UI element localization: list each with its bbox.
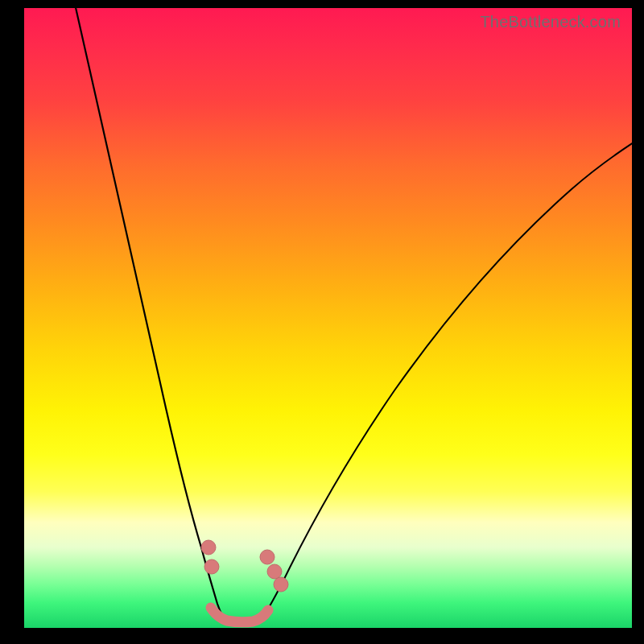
data-marker — [274, 577, 288, 592]
data-marker — [267, 564, 282, 579]
chart-overlay — [24, 8, 632, 628]
chart-frame: TheBottleneck.com — [0, 0, 644, 644]
data-marker — [260, 550, 275, 564]
data-marker — [204, 559, 219, 574]
curve-left-branch — [75, 8, 227, 621]
curve-right-branch — [260, 141, 632, 621]
chart-plot-area: TheBottleneck.com — [24, 8, 632, 628]
data-marker — [201, 540, 216, 555]
